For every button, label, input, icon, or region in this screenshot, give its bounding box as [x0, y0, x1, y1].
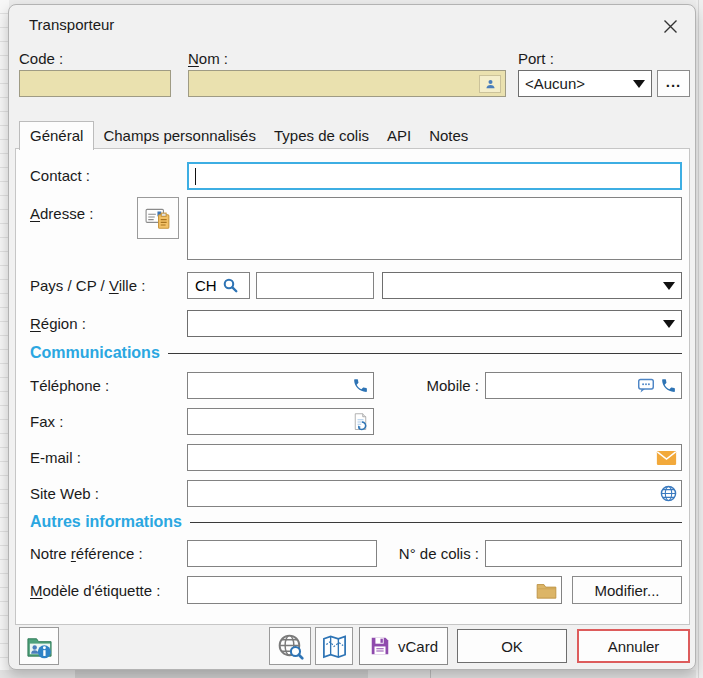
telephone-input[interactable]	[192, 373, 349, 398]
fax-field[interactable]	[187, 408, 374, 435]
adresse-textarea[interactable]	[187, 197, 682, 260]
contact-picker-icon[interactable]	[479, 75, 501, 93]
map-button[interactable]	[315, 627, 353, 665]
contact-label: Contact :	[30, 167, 90, 184]
fax-document-icon[interactable]	[352, 413, 369, 431]
autres-informations-section-header: Autres informations	[30, 513, 682, 531]
port-more-button[interactable]: ...	[657, 70, 690, 97]
site-web-label: Site Web :	[30, 485, 99, 502]
transporteur-dialog: Transporteur Code : Nom : Port : <Aucun>…	[8, 4, 696, 670]
pays-field[interactable]	[187, 272, 250, 299]
search-icon[interactable]	[222, 277, 239, 294]
background-right	[696, 0, 703, 678]
region-label: Région :	[30, 315, 86, 332]
mobile-field[interactable]	[485, 372, 682, 399]
contact-info-button[interactable]	[19, 627, 59, 665]
site-web-input[interactable]	[192, 481, 657, 506]
telephone-field[interactable]	[187, 372, 374, 399]
cancel-button[interactable]: Annuler	[577, 629, 690, 663]
tab-champs-personnalises[interactable]: Champs personnalisés	[94, 123, 265, 149]
site-web-field[interactable]	[187, 480, 682, 507]
cp-input[interactable]	[261, 273, 369, 298]
notre-reference-input[interactable]	[192, 541, 372, 566]
adresse-label: Adresse :	[30, 205, 93, 222]
modifier-button[interactable]: Modifier...	[572, 576, 682, 604]
pays-input[interactable]	[195, 273, 219, 298]
no-colis-input[interactable]	[490, 541, 677, 566]
port-dropdown[interactable]: <Aucun>	[518, 70, 652, 97]
region-dropdown[interactable]	[187, 310, 682, 337]
no-colis-label: N° de colis :	[376, 545, 479, 562]
code-field[interactable]	[19, 70, 171, 97]
telephone-label: Téléphone :	[30, 377, 109, 394]
tab-api[interactable]: API	[378, 123, 420, 149]
email-label: E-mail :	[30, 449, 81, 466]
chevron-down-icon	[663, 282, 675, 290]
background-spreadsheet-bottom	[0, 670, 703, 678]
address-card-button[interactable]	[137, 197, 179, 239]
dialog-title: Transporteur	[29, 16, 114, 33]
chevron-down-icon	[663, 320, 675, 328]
nom-field[interactable]	[188, 70, 506, 97]
floppy-disk-icon	[369, 635, 391, 657]
communications-section-header: Communications	[30, 344, 682, 362]
tab-bar: Général Champs personnalisés Types de co…	[19, 120, 477, 149]
notre-reference-field[interactable]	[187, 540, 377, 567]
email-field[interactable]	[187, 444, 682, 471]
globe-search-button[interactable]	[269, 627, 311, 665]
tab-general[interactable]: Général	[19, 121, 94, 150]
contact-field[interactable]	[187, 162, 682, 190]
port-value: <Aucun>	[525, 75, 633, 92]
code-label: Code :	[19, 50, 63, 67]
folder-icon[interactable]	[536, 582, 557, 599]
notre-reference-label: Notre référence :	[30, 545, 143, 562]
chevron-down-icon	[633, 80, 645, 88]
tab-notes[interactable]: Notes	[420, 123, 477, 149]
code-input[interactable]	[24, 71, 166, 96]
port-label: Port :	[518, 50, 554, 67]
phone-icon[interactable]	[352, 377, 369, 394]
fax-input[interactable]	[192, 409, 349, 434]
modele-etiquette-field[interactable]	[187, 576, 562, 604]
no-colis-field[interactable]	[485, 540, 682, 567]
email-input[interactable]	[192, 445, 653, 470]
ok-button[interactable]: OK	[457, 629, 567, 663]
nom-input[interactable]	[193, 71, 476, 96]
mobile-input[interactable]	[490, 373, 634, 398]
title-bar: Transporteur	[9, 5, 695, 45]
general-tab-panel: Contact : Adresse : Pays / CP / Ville :	[15, 148, 690, 625]
fax-label: Fax :	[30, 413, 63, 430]
tab-types-de-colis[interactable]: Types de colis	[265, 123, 378, 149]
globe-icon[interactable]	[660, 485, 677, 502]
vcard-button[interactable]: vCard	[359, 627, 448, 665]
cp-field[interactable]	[256, 272, 374, 299]
nom-label: Nom :	[188, 50, 228, 67]
mail-icon[interactable]	[656, 450, 677, 466]
pays-cp-ville-label: Pays / CP / Ville :	[30, 277, 145, 294]
sms-icon[interactable]	[637, 378, 655, 394]
close-icon[interactable]	[657, 13, 683, 39]
phone-icon[interactable]	[660, 377, 677, 394]
modele-etiquette-input[interactable]	[192, 577, 533, 603]
mobile-label: Mobile :	[396, 377, 479, 394]
modele-etiquette-label: Modèle d'étiquette :	[30, 582, 160, 599]
ville-dropdown[interactable]	[382, 272, 682, 299]
contact-input[interactable]	[196, 164, 676, 188]
